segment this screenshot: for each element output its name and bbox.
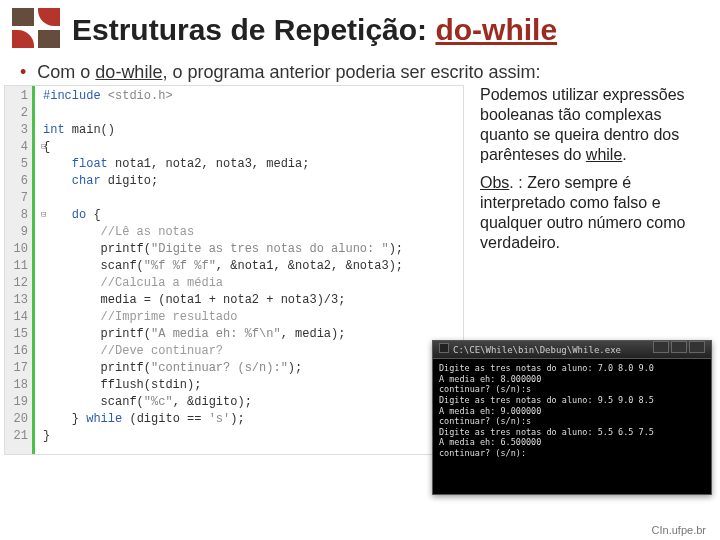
title-prefix: Estruturas de Repetição: <box>72 13 435 46</box>
code-token: printf( <box>101 327 151 341</box>
code-token: //Calcula a média <box>101 276 223 290</box>
code-token: "A media eh: %f\n" <box>151 327 281 341</box>
terminal-window: C:\CE\While\bin\Debug\While.exe Digite a… <box>432 340 712 495</box>
code-gutter: 1 2 3 4 5 6 7 8 9 10 11 12 13 14 15 16 1… <box>5 86 33 454</box>
code-token: ); <box>288 361 302 375</box>
lineno: 9 <box>5 224 28 241</box>
code-token: <stdio.h> <box>108 89 173 103</box>
lineno: 11 <box>5 258 28 275</box>
title-accent: do-while <box>435 13 557 46</box>
code-token: //Lê as notas <box>101 225 195 239</box>
lineno: 14 <box>5 309 28 326</box>
lineno: 13 <box>5 292 28 309</box>
lineno: 19 <box>5 394 28 411</box>
bullet-keyword: do-while <box>95 62 162 82</box>
terminal-titlebar: C:\CE\While\bin\Debug\While.exe <box>433 341 711 359</box>
fold-icon: ⊟ <box>41 139 46 156</box>
code-token: (digito == <box>122 412 208 426</box>
code-token: //Deve continuar? <box>101 344 223 358</box>
code-token: , media); <box>281 327 346 341</box>
bullet-line: • Com o do-while, o programa anterior po… <box>0 56 720 85</box>
logo-icon <box>12 8 64 52</box>
code-token: scanf( <box>101 259 144 273</box>
code-token: ); <box>230 412 244 426</box>
footer-label: CIn.ufpe.br <box>652 524 706 536</box>
code-token: fflush(stdin); <box>101 378 202 392</box>
terminal-title: C:\CE\While\bin\Debug\While.exe <box>453 345 621 355</box>
code-token: nota1, nota2, nota3, media; <box>108 157 310 171</box>
code-token: "Digite as tres notas do aluno: " <box>151 242 389 256</box>
lineno: 4 <box>5 139 28 156</box>
code-token: { <box>86 208 100 222</box>
code-token: ); <box>389 242 403 256</box>
lineno: 18 <box>5 377 28 394</box>
lineno: 16 <box>5 343 28 360</box>
note-label: Obs <box>480 174 509 191</box>
code-token: //Imprime resultado <box>101 310 238 324</box>
lineno: 21 <box>5 428 28 445</box>
bullet-suffix: , o programa anterior poderia ser escrit… <box>162 62 540 82</box>
code-token: main() <box>65 123 115 137</box>
note-text: Podemos utilizar expressões booleanas tã… <box>480 86 685 163</box>
code-token: #include <box>43 89 108 103</box>
code-token: printf( <box>101 242 151 256</box>
note-text: . : Zero sempre é interpretado como fals… <box>480 174 685 251</box>
code-token: "%c" <box>144 395 173 409</box>
minimize-icon[interactable] <box>653 341 669 353</box>
lineno: 20 <box>5 411 28 428</box>
fold-icon: ⊟ <box>41 207 46 224</box>
code-token: float <box>72 157 108 171</box>
code-token: , &digito); <box>173 395 252 409</box>
lineno: 8 <box>5 207 28 224</box>
lineno: 15 <box>5 326 28 343</box>
terminal-output: Digite as tres notas do aluno: 7.0 8.0 9… <box>433 359 711 463</box>
lineno: 12 <box>5 275 28 292</box>
code-token: while <box>86 412 122 426</box>
code-token: int <box>43 123 65 137</box>
bullet-icon: • <box>20 62 26 82</box>
code-body: #include <stdio.h> int main() ⊟{ float n… <box>33 86 407 454</box>
lineno: 17 <box>5 360 28 377</box>
lineno: 3 <box>5 122 28 139</box>
code-token: "%f %f %f" <box>144 259 216 273</box>
lineno: 6 <box>5 173 28 190</box>
close-icon[interactable] <box>689 341 705 353</box>
code-token: char <box>72 174 101 188</box>
window-controls <box>651 341 705 359</box>
lineno: 1 <box>5 88 28 105</box>
code-token: , &nota1, &nota2, &nota3); <box>216 259 403 273</box>
note-keyword: while <box>586 146 622 163</box>
lineno: 5 <box>5 156 28 173</box>
code-token: } <box>72 412 86 426</box>
bullet-prefix: Com o <box>37 62 95 82</box>
side-note: Podemos utilizar expressões booleanas tã… <box>480 85 706 261</box>
code-token: } <box>43 429 50 443</box>
lineno: 2 <box>5 105 28 122</box>
code-token: 's' <box>209 412 231 426</box>
app-icon <box>439 343 449 353</box>
slide-title: Estruturas de Repetição: do-while <box>72 13 557 47</box>
code-token: digito; <box>101 174 159 188</box>
code-editor: 1 2 3 4 5 6 7 8 9 10 11 12 13 14 15 16 1… <box>4 85 464 455</box>
note-text: . <box>622 146 626 163</box>
code-token: "continuar? (s/n):" <box>151 361 288 375</box>
code-token: media = (nota1 + nota2 + nota3)/3; <box>101 293 346 307</box>
content-area: 1 2 3 4 5 6 7 8 9 10 11 12 13 14 15 16 1… <box>0 85 720 505</box>
maximize-icon[interactable] <box>671 341 687 353</box>
note-paragraph: Podemos utilizar expressões booleanas tã… <box>480 85 706 165</box>
code-token: do <box>72 208 86 222</box>
slide-header: Estruturas de Repetição: do-while <box>0 0 720 56</box>
code-token: scanf( <box>101 395 144 409</box>
lineno: 7 <box>5 190 28 207</box>
code-token: printf( <box>101 361 151 375</box>
note-paragraph: Obs. : Zero sempre é interpretado como f… <box>480 173 706 253</box>
lineno: 10 <box>5 241 28 258</box>
